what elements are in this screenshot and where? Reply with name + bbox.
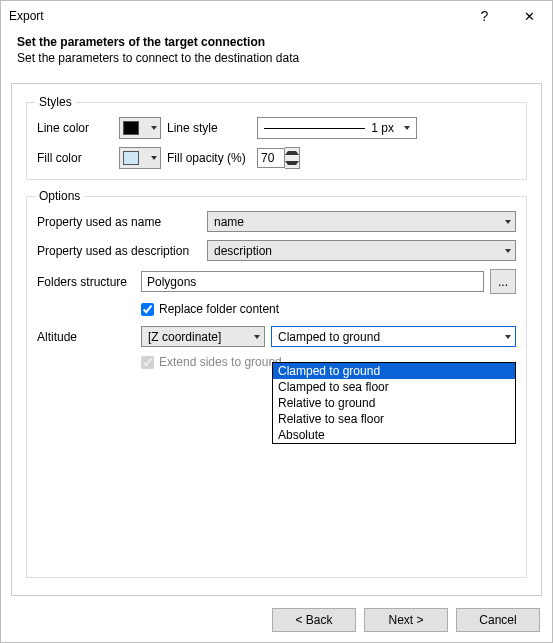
line-preview: [264, 128, 365, 129]
line-style-label: Line style: [167, 121, 257, 135]
replace-folder-label: Replace folder content: [159, 302, 279, 316]
line-color-label: Line color: [37, 121, 119, 135]
window-title: Export: [9, 9, 462, 23]
line-style-value: 1 px: [371, 121, 394, 135]
folders-input[interactable]: [141, 271, 484, 292]
prop-name-label: Property used as name: [37, 215, 207, 229]
next-button[interactable]: Next >: [364, 608, 448, 632]
browse-button[interactable]: ...: [490, 269, 516, 294]
chevron-down-icon: [404, 126, 410, 130]
line-style-picker[interactable]: 1 px: [257, 117, 417, 139]
page-subtitle: Set the parameters to connect to the des…: [17, 51, 536, 65]
options-legend: Options: [35, 189, 84, 203]
spinner-up-icon[interactable]: [285, 148, 299, 158]
altitude-mode-option[interactable]: Relative to ground: [273, 395, 515, 411]
main-panel: Styles Line color Line style 1 px Fill c…: [11, 83, 542, 596]
footer: < Back Next > Cancel: [272, 608, 540, 632]
fill-color-swatch: [123, 151, 139, 165]
prop-desc-label: Property used as description: [37, 244, 207, 258]
chevron-down-icon: [151, 156, 157, 160]
back-button[interactable]: < Back: [272, 608, 356, 632]
titlebar: Export ?: [1, 1, 552, 31]
altitude-mode-option[interactable]: Absolute: [273, 427, 515, 443]
page-title: Set the parameters of the target connect…: [17, 35, 536, 49]
chevron-down-icon: [151, 126, 157, 130]
altitude-mode-option[interactable]: Relative to sea floor: [273, 411, 515, 427]
fill-opacity-input[interactable]: [257, 148, 285, 168]
close-button[interactable]: [507, 1, 552, 31]
altitude-mode-option[interactable]: Clamped to ground: [273, 363, 515, 379]
help-button[interactable]: ?: [462, 1, 507, 31]
fill-color-label: Fill color: [37, 151, 119, 165]
line-color-swatch: [123, 121, 139, 135]
chevron-down-icon: [505, 249, 511, 253]
altitude-mode-value: Clamped to ground: [278, 330, 380, 344]
prop-name-value: name: [214, 215, 244, 229]
prop-desc-select[interactable]: description: [207, 240, 516, 261]
header: Set the parameters of the target connect…: [1, 31, 552, 75]
fill-opacity-spinner[interactable]: [257, 147, 300, 169]
prop-name-select[interactable]: name: [207, 211, 516, 232]
extend-sides-checkbox: [141, 356, 154, 369]
chevron-down-icon: [505, 220, 511, 224]
line-color-picker[interactable]: [119, 117, 161, 139]
altitude-mode-option[interactable]: Clamped to sea floor: [273, 379, 515, 395]
folders-label: Folders structure: [37, 275, 141, 289]
altitude-mode-select[interactable]: Clamped to ground: [271, 326, 516, 347]
altitude-mode-dropdown[interactable]: Clamped to ground Clamped to sea floor R…: [272, 362, 516, 444]
altitude-source-select[interactable]: [Z coordinate]: [141, 326, 265, 347]
extend-sides-label: Extend sides to ground: [159, 355, 282, 369]
fill-color-picker[interactable]: [119, 147, 161, 169]
cancel-button[interactable]: Cancel: [456, 608, 540, 632]
export-dialog: Export ? Set the parameters of the targe…: [0, 0, 553, 643]
options-group: Options Property used as name name Prope…: [26, 196, 527, 578]
prop-desc-value: description: [214, 244, 272, 258]
replace-folder-checkbox[interactable]: [141, 303, 154, 316]
fill-opacity-label: Fill opacity (%): [167, 151, 257, 165]
styles-group: Styles Line color Line style 1 px Fill c…: [26, 102, 527, 180]
altitude-label: Altitude: [37, 330, 141, 344]
chevron-down-icon: [505, 335, 511, 339]
chevron-down-icon: [254, 335, 260, 339]
ellipsis-icon: ...: [498, 275, 508, 289]
altitude-source-value: [Z coordinate]: [148, 330, 221, 344]
spinner-down-icon[interactable]: [285, 158, 299, 168]
styles-legend: Styles: [35, 95, 76, 109]
